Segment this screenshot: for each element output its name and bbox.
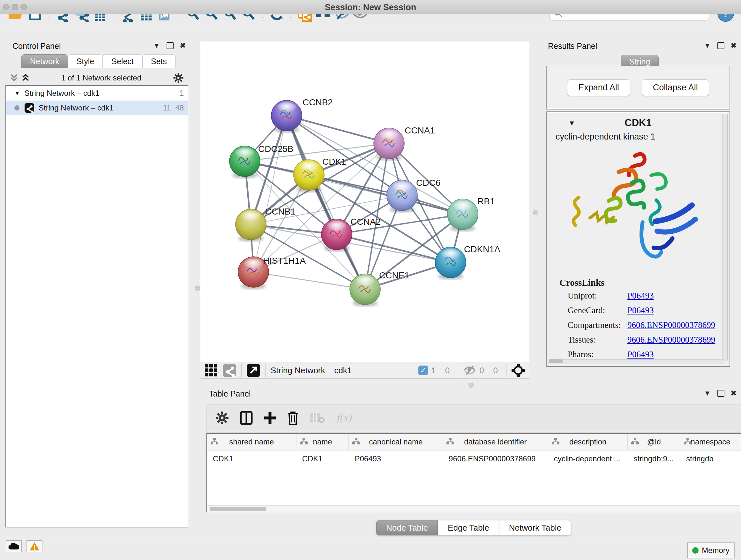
tab-node-table[interactable]: Node Table xyxy=(376,520,438,536)
network-row-selected[interactable]: String Network – cdk1 11 48 xyxy=(6,101,188,115)
node-CCNB1[interactable] xyxy=(235,209,266,242)
crosslink-label: GeneCard: xyxy=(568,306,627,315)
table-cell: 9606.ENSP00000378699 xyxy=(443,450,548,467)
current-network-name: String Network – cdk1 xyxy=(271,366,352,375)
table-cell: P06493 xyxy=(349,450,443,467)
network-options-gear-icon[interactable] xyxy=(173,72,184,83)
collapse-all-button[interactable]: Collapse All xyxy=(642,79,709,96)
horizontal-scrollbar[interactable] xyxy=(549,359,724,364)
node-label-CDKN1A: CDKN1A xyxy=(464,244,500,254)
add-column-icon[interactable] xyxy=(264,411,276,425)
table-cell: CDK1 xyxy=(207,450,296,467)
crosslink-link[interactable]: 9606.ENSP00000378699 xyxy=(627,335,715,345)
protein-structure-image xyxy=(568,150,708,274)
crosslink-link[interactable]: P06493 xyxy=(627,350,654,360)
close-panel-icon[interactable]: ✖ xyxy=(731,390,737,397)
table-row[interactable]: CDK1CDK1P064939606.ENSP00000378699cyclin… xyxy=(207,450,741,467)
collapse-panel-icon[interactable]: ▼ xyxy=(704,390,711,397)
splitter-handle[interactable] xyxy=(195,286,200,291)
delete-columns-icon[interactable] xyxy=(287,411,299,425)
detach-view-icon[interactable] xyxy=(247,364,260,377)
node-CCNE1[interactable] xyxy=(350,274,381,307)
column-header-name[interactable]: name xyxy=(296,434,349,450)
cloud-button[interactable] xyxy=(6,540,22,552)
column-header-namespace[interactable]: namespace xyxy=(680,434,741,450)
table-settings-gear-icon[interactable] xyxy=(215,411,229,425)
node-label-CCNB2: CCNB2 xyxy=(302,98,333,107)
column-header-description[interactable]: description xyxy=(548,434,628,450)
expand-all-networks-icon[interactable] xyxy=(21,73,30,82)
window-title: Session: New Session xyxy=(0,3,741,12)
float-panel-icon[interactable] xyxy=(166,42,174,49)
collapse-panel-icon[interactable]: ▼ xyxy=(153,42,160,49)
column-type-icon xyxy=(446,437,455,445)
grid-view-icon[interactable] xyxy=(205,364,218,377)
node-CDC6[interactable] xyxy=(387,180,417,212)
column-header-shared-name[interactable]: shared name xyxy=(207,434,296,450)
selected-checkbox-icon[interactable]: ✓ xyxy=(418,366,428,375)
tab-network[interactable]: Network xyxy=(21,54,68,68)
crosslink-row: Pharos: P06493 xyxy=(568,350,627,360)
gene-result-card: CDK1 ▼ cyclin-dependent kinase 1 CrossLi… xyxy=(546,111,730,367)
table-toolbar: f(x) xyxy=(206,405,741,431)
memory-button[interactable]: Memory xyxy=(687,543,735,558)
network-view-toolbar: String Network – cdk1 ✓ 1 – 0 0 – 0 xyxy=(200,362,529,379)
scrollbar-thumb[interactable] xyxy=(210,507,266,511)
network-selection-bar: 1 of 1 Network selected xyxy=(5,71,188,85)
column-header--id[interactable]: @id xyxy=(628,434,680,450)
tab-style[interactable]: Style xyxy=(68,54,103,68)
table-cell: stringdb xyxy=(680,450,741,467)
node-CCNA2[interactable] xyxy=(321,219,352,252)
splitter-handle[interactable] xyxy=(533,210,538,215)
float-panel-icon[interactable] xyxy=(718,390,724,397)
tab-select[interactable]: Select xyxy=(103,54,142,68)
results-panel: Results Panel ▼ ✖ String Expand All Coll… xyxy=(542,42,741,388)
crosslink-link[interactable]: P06493 xyxy=(627,306,654,315)
float-panel-icon[interactable] xyxy=(718,42,724,49)
edge-CCNB2-HIST1H1A[interactable] xyxy=(253,116,286,272)
node-label-HIST1H1A: HIST1H1A xyxy=(263,256,306,266)
crosslink-link[interactable]: P06493 xyxy=(627,291,654,301)
tab-network-table[interactable]: Network Table xyxy=(499,520,571,536)
node-label-CDK1: CDK1 xyxy=(322,157,346,167)
tab-edge-table[interactable]: Edge Table xyxy=(438,520,499,536)
column-header-database-identifier[interactable]: database identifier xyxy=(443,434,548,450)
edge-HIST1H1A-CCNE1[interactable] xyxy=(253,272,365,289)
function-builder-icon: f(x) xyxy=(336,411,356,425)
node-CDKN1A[interactable] xyxy=(435,247,466,280)
close-panel-icon[interactable]: ✖ xyxy=(731,42,737,49)
edge-CCNB2-CCNA1[interactable] xyxy=(286,116,389,143)
node-label-CCNE1: CCNE1 xyxy=(379,270,409,280)
node-CCNB2[interactable] xyxy=(271,100,302,133)
birdseye-view-icon[interactable] xyxy=(223,364,236,377)
node-RB1[interactable] xyxy=(448,199,478,232)
splitter-handle[interactable] xyxy=(468,383,474,388)
close-panel-icon[interactable]: ✖ xyxy=(180,42,186,49)
warnings-button[interactable] xyxy=(26,540,43,552)
vertical-scrollbar[interactable] xyxy=(723,114,728,361)
network-list: ▼ String Network – cdk1 1 String Network… xyxy=(5,85,188,527)
network-collection-row[interactable]: ▼ String Network – cdk1 1 xyxy=(6,86,188,101)
expand-all-button[interactable]: Expand All xyxy=(567,79,630,96)
node-CDK1[interactable] xyxy=(293,160,324,192)
tab-sets[interactable]: Sets xyxy=(142,54,176,68)
pan-crosshair-icon[interactable] xyxy=(512,364,525,377)
collapse-panel-icon[interactable]: ▼ xyxy=(704,42,711,49)
gene-expander-icon[interactable]: ▼ xyxy=(568,119,576,127)
hidden-eye-icon xyxy=(463,365,476,376)
show-columns-icon[interactable] xyxy=(240,411,253,425)
tree-expander-icon[interactable]: ▼ xyxy=(14,90,20,97)
crosslink-link[interactable]: 9606.ENSP00000378699 xyxy=(627,320,715,330)
column-header-canonical-name[interactable]: canonical name xyxy=(349,434,443,450)
column-type-icon xyxy=(631,437,639,445)
scrollbar-thumb[interactable] xyxy=(549,360,563,363)
node-label-CDC6: CDC6 xyxy=(416,178,441,188)
table-horizontal-scrollbar[interactable] xyxy=(207,505,740,512)
collapse-all-networks-icon[interactable] xyxy=(10,73,18,82)
expand-collapse-box: Expand All Collapse All xyxy=(546,66,730,110)
network-canvas[interactable]: CCNB2 CCNA1 CDC25B CDK1 CDC6 RB1 CCNB1 xyxy=(200,42,529,362)
node-label-CCNA2: CCNA2 xyxy=(350,217,381,227)
crosslink-label: Tissues: xyxy=(568,335,627,345)
node-CCNA1[interactable] xyxy=(374,128,404,161)
node-CDC25B[interactable] xyxy=(229,146,260,179)
